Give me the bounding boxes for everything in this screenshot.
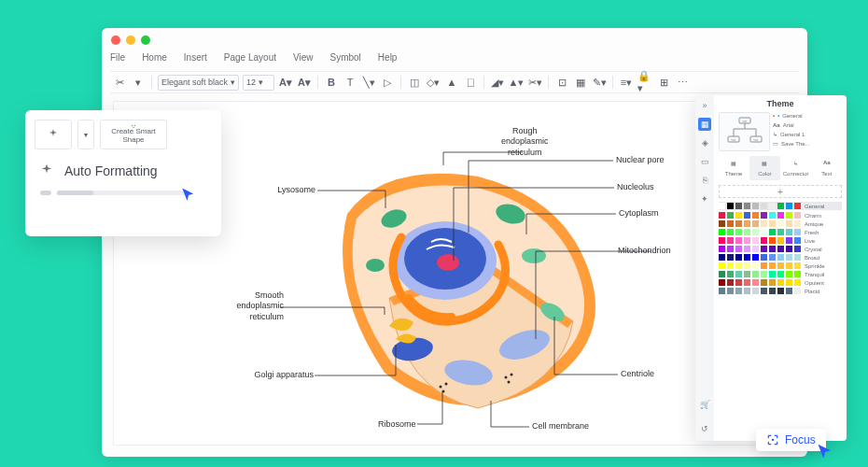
menu-insert[interactable]: Insert	[184, 52, 207, 63]
svg-point-19	[134, 125, 135, 126]
palette-opulent[interactable]: Opulent	[719, 279, 842, 286]
font-highlight-icon[interactable]: A▾	[297, 75, 312, 90]
palette-broad[interactable]: Broad	[719, 254, 842, 261]
svg-point-16	[508, 381, 511, 384]
cart-icon[interactable]: 🛒	[698, 398, 711, 411]
copy-icon[interactable]: ▾	[131, 75, 146, 90]
palette-general[interactable]: General	[719, 202, 842, 210]
fill-icon[interactable]: ◢▾	[490, 75, 505, 90]
palette-tranquil[interactable]: Tranquil	[719, 271, 842, 277]
label-nucleolus: Nucleolus	[617, 182, 654, 192]
palette-charm[interactable]: Charm	[719, 212, 842, 219]
paint-icon[interactable]: ▲▾	[509, 75, 524, 90]
add-theme-button[interactable]: +	[719, 185, 842, 198]
font-size-select[interactable]: 12▾	[243, 75, 274, 91]
more-icon[interactable]: ⋯	[675, 75, 690, 90]
collapse-icon[interactable]: »	[698, 99, 711, 112]
svg-point-18	[132, 125, 133, 126]
shape-icon[interactable]: ◇▾	[426, 75, 441, 90]
sparkle-button[interactable]	[35, 120, 72, 149]
svg-point-11	[440, 386, 442, 389]
pen-icon[interactable]: ✎▾	[592, 75, 607, 90]
label-mitochondrion: Mitochondrion	[618, 246, 671, 256]
bold-icon[interactable]: B	[324, 75, 339, 90]
palette-crystal[interactable]: Crystal	[719, 246, 842, 252]
svg-text:text: text	[753, 138, 758, 142]
search-icon[interactable]: ⊡	[554, 75, 569, 90]
cell-diagram: Roughendoplasmicreticulum Nuclear pore L…	[245, 111, 655, 446]
cell-illustration-svg	[245, 111, 655, 446]
theme-info: ▪▪ General Aa Arial ↳ General 1 ▭ Save T…	[773, 112, 810, 151]
progress-bar[interactable]	[57, 191, 188, 195]
label-cytoplasm: Cytoplasm	[619, 208, 659, 219]
crop-icon[interactable]: ✂▾	[527, 75, 542, 90]
svg-point-12	[445, 383, 448, 386]
settings-icon[interactable]: ≡▾	[619, 75, 634, 90]
theme-title: Theme	[719, 99, 842, 108]
cursor-icon	[180, 187, 197, 204]
sparkle-dropdown[interactable]: ▾	[77, 120, 94, 149]
svg-point-3	[437, 254, 459, 271]
focus-icon	[766, 433, 779, 446]
table-icon[interactable]: ▦	[573, 75, 588, 90]
align-icon[interactable]: ▲	[444, 75, 459, 90]
window-controls	[111, 35, 150, 45]
subtab-connector[interactable]: ↳Connector	[781, 156, 811, 180]
line-tool-icon[interactable]: ╲▾	[361, 75, 376, 90]
svg-point-27	[772, 439, 774, 441]
toolbar: ✂ ▾ Elegant soft black▾ 12▾ A▾ A▾ B T ╲▾…	[110, 71, 799, 93]
misc-tab-icon[interactable]: ✦	[698, 192, 711, 205]
maximize-window-icon[interactable]	[141, 35, 150, 45]
svg-text:text: text	[731, 138, 735, 142]
page-tab-icon[interactable]: ▭	[698, 155, 711, 168]
label-smooth-er: Smoothendoplasmicreticulum	[226, 290, 284, 322]
grid-tab-icon[interactable]: ▦	[698, 118, 711, 131]
menu-bar: File Home Insert Page Layout View Symbol…	[110, 52, 397, 63]
eraser-icon[interactable]: ◫	[407, 75, 422, 90]
close-window-icon[interactable]	[111, 35, 120, 45]
theme-preview-thumb[interactable]: texttexttext	[719, 112, 770, 151]
text-tool-icon[interactable]: T	[343, 75, 357, 90]
sparkle-icon	[38, 163, 55, 179]
svg-text:text: text	[742, 120, 747, 123]
label-golgi: Golgi apparatus	[245, 370, 314, 380]
layers-tab-icon[interactable]: ◈	[698, 136, 711, 149]
label-rough-er: Roughendoplasmicreticulum	[501, 126, 549, 158]
palette-live[interactable]: Live	[719, 237, 842, 244]
subtab-text[interactable]: AaText	[812, 156, 842, 180]
subtab-color[interactable]: ▦Color	[749, 156, 779, 180]
theme-subtabs: ▦Theme ▦Color ↳Connector AaText	[719, 156, 842, 180]
create-smart-shape-button[interactable]: Create SmartShape	[100, 120, 167, 149]
menu-view[interactable]: View	[293, 52, 314, 63]
svg-point-15	[511, 374, 513, 376]
palette-sprinkle[interactable]: Sprinkle	[719, 262, 842, 269]
grid-icon[interactable]: ⊞	[656, 75, 671, 90]
pointer-tool-icon[interactable]: ▷	[380, 75, 395, 90]
doc-tab-icon[interactable]: ⎘	[698, 174, 711, 187]
palette-antique[interactable]: Antique	[719, 220, 842, 227]
minimize-window-icon[interactable]	[126, 35, 135, 45]
cut-icon[interactable]: ✂	[112, 75, 127, 90]
subtab-theme[interactable]: ▦Theme	[719, 156, 749, 180]
menu-symbol[interactable]: Symbol	[330, 52, 361, 63]
label-cell-membrane: Cell membrane	[532, 421, 589, 432]
auto-formatting-item[interactable]: Auto Formatting	[38, 163, 212, 179]
svg-point-7	[366, 259, 385, 272]
history-icon[interactable]: ↺	[698, 422, 711, 435]
font-color-icon[interactable]: A▾	[278, 75, 293, 90]
panel-sidebar: » ▦ ◈ ▭ ⎘ ✦ 🛒 ↺	[695, 95, 714, 441]
font-family-select[interactable]: Elegant soft black▾	[158, 75, 239, 91]
palette-fresh[interactable]: Fresh	[719, 229, 842, 235]
smart-shape-popup: ▾ Create SmartShape Auto Formatting	[25, 110, 221, 236]
menu-page-layout[interactable]: Page Layout	[224, 52, 276, 63]
menu-help[interactable]: Help	[378, 52, 398, 63]
label-centriole: Centriole	[621, 369, 654, 379]
menu-file[interactable]: File	[110, 52, 125, 63]
label-lysosome: Lysosome	[261, 185, 315, 195]
menu-home[interactable]: Home	[142, 52, 167, 63]
lock-icon[interactable]: 🔒▾	[637, 75, 652, 90]
palette-placid[interactable]: Placid	[719, 288, 842, 294]
label-nuclear-pore: Nuclear pore	[616, 155, 665, 165]
palette-list: GeneralCharmAntiqueFreshLiveCrystalBroad…	[719, 202, 842, 294]
text-box-icon[interactable]: ⎕	[463, 75, 478, 90]
